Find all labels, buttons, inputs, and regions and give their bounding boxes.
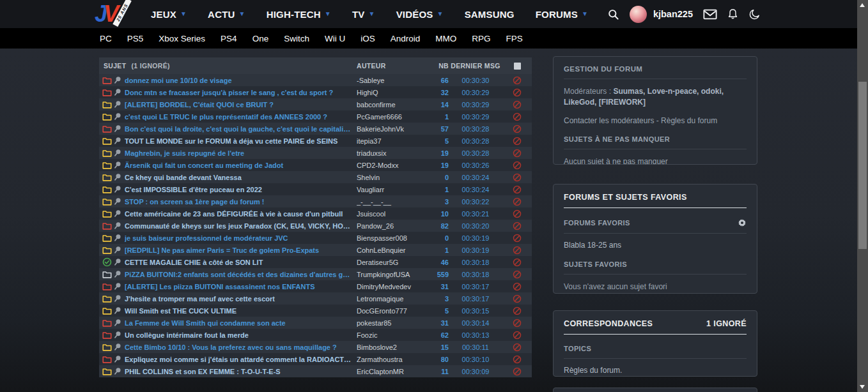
topic-title-link[interactable]: PHIL COLLINS et son EX FEMME : T-O-U-T-E…: [125, 368, 357, 375]
topic-preview-magnifier-icon[interactable]: [114, 355, 121, 363]
topic-last-msg-time[interactable]: 00:30:28: [449, 125, 502, 133]
topic-title-link[interactable]: [REDPILL] Ne pas aimer Paris = Truc de g…: [125, 246, 357, 254]
topic-preview-magnifier-icon[interactable]: [114, 294, 121, 303]
topic-title-link[interactable]: Ärsenik qui fait un concert au meeting d…: [125, 162, 357, 169]
topic-title-link[interactable]: TOUT LE MONDE sur le FORUM à déja vu cet…: [125, 137, 357, 145]
favorite-forum-link[interactable]: Blabla 18-25 ans: [564, 241, 621, 250]
ignore-topic-icon[interactable]: [502, 355, 532, 364]
topic-last-msg-time[interactable]: 00:30:21: [449, 210, 502, 218]
topic-preview-magnifier-icon[interactable]: [114, 270, 121, 278]
topic-title-link[interactable]: Ce khey qui bande devant Vanessa: [125, 174, 357, 181]
topic-last-msg-time[interactable]: 00:30:13: [449, 331, 502, 339]
topic-title-link[interactable]: Un collègue intérimaire fout la merde: [125, 331, 357, 339]
topic-last-msg-time[interactable]: 00:30:14: [449, 319, 502, 327]
ignore-topic-icon[interactable]: [502, 294, 532, 303]
topic-preview-magnifier-icon[interactable]: [114, 306, 121, 315]
search-icon[interactable]: [607, 8, 619, 20]
ignore-topic-icon[interactable]: [502, 100, 532, 109]
ignore-topic-icon[interactable]: [502, 112, 532, 121]
nav-item-jeux[interactable]: JEUX▼: [151, 9, 187, 20]
topic-title-link[interactable]: Communauté de kheys sur les jeux Paradox…: [125, 222, 357, 230]
platform-item-android[interactable]: Android: [391, 34, 421, 43]
ignore-topic-icon[interactable]: [502, 197, 532, 206]
gear-icon[interactable]: [738, 218, 747, 227]
topic-preview-magnifier-icon[interactable]: [114, 367, 121, 375]
bell-icon[interactable]: [727, 8, 738, 20]
topic-last-msg-time[interactable]: 00:30:29: [449, 101, 502, 109]
platform-item-switch[interactable]: Switch: [284, 34, 309, 43]
topic-preview-magnifier-icon[interactable]: [114, 124, 121, 133]
correspondence-topic-link[interactable]: Règles du forum.: [564, 366, 622, 375]
nav-item-high-tech[interactable]: HIGH-TECH▼: [267, 9, 331, 20]
platform-item-xbox-series[interactable]: Xbox Series: [159, 34, 205, 43]
topic-title-link[interactable]: Maghrebin, je suis repugné de l'etre: [125, 149, 357, 157]
topic-title-link[interactable]: J'hesite a tromper ma meuf avec cette es…: [125, 295, 357, 303]
platform-item-one[interactable]: One: [252, 34, 269, 43]
topic-last-msg-time[interactable]: 00:30:29: [449, 113, 502, 121]
topic-title-link[interactable]: Will Smith est THE CUCK ULTIME: [125, 307, 357, 315]
topic-title-link[interactable]: C'est IMPOSSIBLE d'être puceau en 2022: [125, 186, 357, 193]
topic-last-msg-time[interactable]: 00:30:15: [449, 307, 502, 315]
topic-title-link[interactable]: Bon c'est quoi la droite, c'est quoi la …: [125, 125, 357, 133]
topic-title-link[interactable]: [ALERTE] Les piizza BUITONI assassinent …: [125, 283, 357, 290]
topic-preview-magnifier-icon[interactable]: [114, 197, 121, 206]
topic-preview-magnifier-icon[interactable]: [114, 209, 121, 218]
topic-title-link[interactable]: Cette américaine de 23 ans DÉFIGURÉE à v…: [125, 210, 357, 218]
topic-preview-magnifier-icon[interactable]: [114, 331, 121, 339]
scrollbar-down-arrow[interactable]: [860, 385, 865, 389]
nav-item-forums[interactable]: FORUMS▼: [536, 9, 588, 20]
topic-last-msg-time[interactable]: 00:30:09: [449, 368, 502, 375]
topic-preview-magnifier-icon[interactable]: [114, 319, 121, 327]
topic-title-link[interactable]: [ALERTE] BORDEL, C'était QUOI ce BRUIT ?: [125, 101, 357, 109]
topic-title-link[interactable]: Cette Bimbo 10/10 : Vous la preferez ave…: [125, 343, 357, 351]
nav-item-tv[interactable]: TV▼: [352, 9, 375, 20]
topic-title-link[interactable]: La Femme de Will Smith qui condamne son …: [125, 319, 357, 327]
jv-logo[interactable]: JV 25 ANS: [95, 1, 134, 27]
topic-last-msg-time[interactable]: 00:30:17: [449, 295, 502, 303]
topic-last-msg-time[interactable]: 00:30:10: [449, 356, 502, 363]
forum-rules-link[interactable]: Règles du forum: [661, 116, 717, 125]
scrollbar-thumb[interactable]: [858, 82, 867, 249]
topic-preview-magnifier-icon[interactable]: [114, 76, 121, 84]
topic-preview-magnifier-icon[interactable]: [114, 234, 121, 242]
topic-preview-magnifier-icon[interactable]: [114, 112, 121, 121]
ignore-topic-icon[interactable]: [502, 137, 532, 146]
topic-last-msg-time[interactable]: 00:30:20: [449, 222, 502, 230]
topic-preview-magnifier-icon[interactable]: [114, 343, 121, 351]
ignore-topic-icon[interactable]: [502, 209, 532, 218]
platform-item-mmo[interactable]: MMO: [435, 34, 456, 43]
topic-last-msg-time[interactable]: 00:30:18: [449, 259, 502, 266]
topic-title-link[interactable]: donnez moi une 10/10 de visage: [125, 77, 357, 84]
topic-preview-magnifier-icon[interactable]: [114, 258, 121, 266]
nav-item-samsung[interactable]: SAMSUNG: [465, 9, 515, 20]
platform-item-ios[interactable]: iOS: [360, 34, 375, 43]
topic-last-msg-time[interactable]: 00:30:24: [449, 186, 502, 193]
topic-preview-magnifier-icon[interactable]: [114, 161, 121, 169]
ignore-topic-icon[interactable]: [502, 246, 532, 255]
platform-item-ps5[interactable]: PS5: [127, 34, 144, 43]
topic-last-msg-time[interactable]: 00:30:11: [449, 343, 502, 351]
ignore-topic-icon[interactable]: [502, 222, 532, 230]
ignore-topic-icon[interactable]: [502, 270, 532, 279]
topic-preview-magnifier-icon[interactable]: [114, 137, 121, 145]
ignore-topic-icon[interactable]: [502, 88, 532, 97]
topic-preview-magnifier-icon[interactable]: [114, 88, 121, 96]
select-all-checkbox[interactable]: [514, 63, 521, 70]
ignore-topic-icon[interactable]: [502, 319, 532, 328]
ignore-topic-icon[interactable]: [502, 367, 532, 376]
platform-item-wii-u[interactable]: Wii U: [325, 34, 345, 43]
topic-preview-magnifier-icon[interactable]: [114, 185, 121, 193]
topic-last-msg-time[interactable]: 00:30:26: [449, 162, 502, 169]
topic-preview-magnifier-icon[interactable]: [114, 100, 121, 109]
topic-title-link[interactable]: PiZZA BUITONI:2 enfants sont décédés et …: [125, 271, 357, 278]
ignore-topic-icon[interactable]: [502, 258, 532, 267]
topic-title-link[interactable]: STOP : on screen sa 1ère page du forum !: [125, 198, 357, 206]
topic-last-msg-time[interactable]: 00:30:29: [449, 89, 502, 96]
topic-title-link[interactable]: je suis baiseur professionnel de modérat…: [125, 234, 357, 242]
topic-last-msg-time[interactable]: 00:30:28: [449, 137, 502, 145]
dark-mode-moon-icon[interactable]: [748, 8, 761, 20]
ignore-topic-icon[interactable]: [502, 234, 532, 243]
topic-last-msg-time[interactable]: 00:30:18: [449, 271, 502, 278]
platform-item-rpg[interactable]: RPG: [472, 34, 490, 43]
ignore-topic-icon[interactable]: [502, 173, 532, 182]
